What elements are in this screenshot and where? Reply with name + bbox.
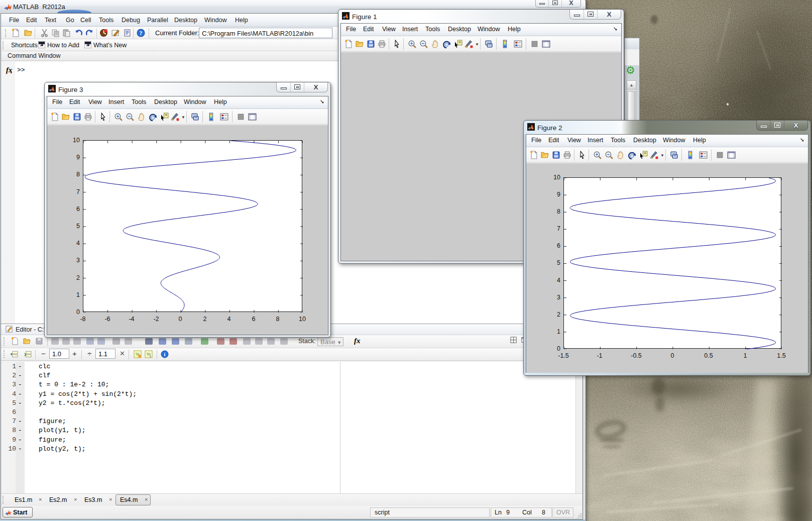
svg-text:i: i xyxy=(164,352,166,357)
svg-text:?: ? xyxy=(140,30,143,37)
svg-text:−: − xyxy=(607,152,610,157)
svg-text:%: % xyxy=(147,352,151,357)
svg-text:−: − xyxy=(422,41,425,46)
svg-text:+: + xyxy=(410,41,413,46)
svg-text:+: + xyxy=(596,152,599,157)
svg-text:+: + xyxy=(117,114,120,119)
svg-text:−: − xyxy=(128,114,131,119)
